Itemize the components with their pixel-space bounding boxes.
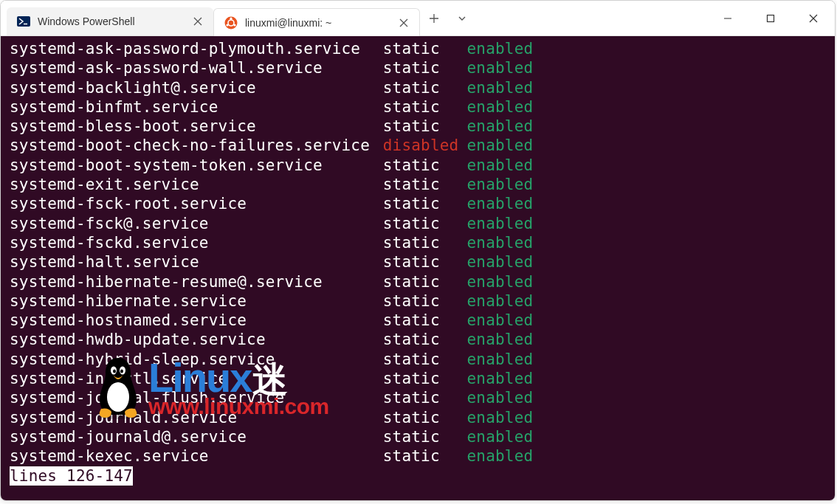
terminal-row: systemd-ask-password-wall.servicestatice… [10, 58, 830, 77]
unit-state: static [383, 427, 467, 446]
unit-name: systemd-hibernate.service [10, 291, 383, 311]
unit-name: systemd-fsck-root.service [10, 194, 383, 213]
tab-powershell[interactable]: Windows PowerShell [7, 7, 213, 35]
terminal-row: systemd-fsckd.servicestaticenabled [10, 233, 830, 252]
unit-name: systemd-exit.service [10, 175, 383, 194]
vendor-preset: enabled [467, 369, 534, 388]
tab-linuxmi[interactable]: linuxmi@linuxmi: ~ [213, 8, 420, 36]
vendor-preset: enabled [467, 291, 534, 311]
unit-name: systemd-initctl.service [10, 369, 383, 388]
vendor-preset: enabled [467, 97, 534, 117]
terminal-row: systemd-hostnamed.servicestaticenabled [10, 311, 830, 330]
vendor-preset: enabled [467, 330, 534, 349]
vendor-preset: enabled [467, 175, 534, 194]
unit-state: disabled [383, 136, 467, 155]
unit-state: static [383, 78, 467, 97]
vendor-preset: enabled [467, 446, 534, 466]
terminal-row: systemd-ask-password-plymouth.servicesta… [10, 39, 830, 58]
terminal-row: systemd-initctl.servicestaticenabled [10, 369, 830, 388]
vendor-preset: enabled [467, 194, 534, 213]
terminal-row: systemd-hwdb-update.servicestaticenabled [10, 330, 830, 349]
vendor-preset: enabled [467, 117, 534, 136]
vendor-preset: enabled [467, 311, 534, 330]
terminal-row: systemd-boot-check-no-failures.servicedi… [10, 136, 830, 155]
unit-state: static [383, 408, 467, 427]
vendor-preset: enabled [467, 214, 534, 233]
unit-name: systemd-bless-boot.service [10, 117, 383, 136]
terminal-row: systemd-hybrid-sleep.servicestaticenable… [10, 350, 830, 369]
unit-name: systemd-kexec.service [10, 446, 383, 466]
close-button[interactable] [792, 4, 835, 33]
unit-state: static [383, 156, 467, 175]
svg-rect-8 [768, 15, 774, 21]
unit-name: systemd-fsck@.service [10, 214, 383, 233]
terminal-row: systemd-journal-flush.servicestaticenabl… [10, 388, 830, 407]
unit-name: systemd-boot-system-token.service [10, 156, 383, 175]
terminal-row: systemd-hibernate-resume@.servicestatice… [10, 272, 830, 291]
terminal-row: systemd-backlight@.servicestaticenabled [10, 78, 830, 97]
unit-state: static [383, 97, 467, 117]
vendor-preset: enabled [467, 156, 534, 175]
vendor-preset: enabled [467, 252, 534, 272]
unit-name: systemd-halt.service [10, 252, 383, 272]
unit-name: systemd-binfmt.service [10, 97, 383, 117]
unit-name: systemd-boot-check-no-failures.service [10, 136, 383, 155]
svg-point-6 [226, 24, 228, 26]
vendor-preset: enabled [467, 136, 534, 155]
titlebar: Windows PowerShell linuxmi@linuxmi: ~ [1, 1, 835, 36]
unit-state: static [383, 369, 467, 388]
svg-point-5 [233, 24, 235, 26]
unit-state: static [383, 330, 467, 349]
unit-name: systemd-journald@.service [10, 427, 383, 446]
unit-state: static [383, 311, 467, 330]
vendor-preset: enabled [467, 78, 534, 97]
tab-strip: Windows PowerShell linuxmi@linuxmi: ~ [1, 1, 706, 35]
vendor-preset: enabled [467, 350, 534, 369]
unit-name: systemd-journald.service [10, 408, 383, 427]
ubuntu-icon [224, 16, 238, 30]
unit-state: static [383, 233, 467, 252]
pager-status: lines 126-147 [10, 466, 133, 486]
unit-name: systemd-hwdb-update.service [10, 330, 383, 349]
unit-name: systemd-hybrid-sleep.service [10, 350, 383, 369]
powershell-icon [17, 15, 30, 28]
unit-state: static [383, 272, 467, 291]
unit-name: systemd-fsckd.service [10, 233, 383, 252]
unit-name: systemd-ask-password-wall.service [10, 58, 383, 77]
unit-state: static [383, 252, 467, 272]
unit-state: static [383, 117, 467, 136]
maximize-button[interactable] [749, 4, 792, 33]
unit-state: static [383, 350, 467, 369]
terminal-row: systemd-exit.servicestaticenabled [10, 175, 830, 194]
close-icon[interactable] [191, 15, 204, 28]
new-tab-button[interactable] [420, 4, 448, 32]
terminal-window: Windows PowerShell linuxmi@linuxmi: ~ [0, 0, 836, 501]
unit-name: systemd-ask-password-plymouth.service [10, 39, 383, 58]
vendor-preset: enabled [467, 39, 534, 58]
terminal-row: systemd-halt.servicestaticenabled [10, 252, 830, 272]
minimize-button[interactable] [706, 4, 749, 33]
unit-state: static [383, 39, 467, 58]
terminal-row: systemd-binfmt.servicestaticenabled [10, 97, 830, 117]
unit-name: systemd-hostnamed.service [10, 311, 383, 330]
terminal-row: systemd-fsck-root.servicestaticenabled [10, 194, 830, 213]
terminal-row: systemd-fsck@.servicestaticenabled [10, 214, 830, 233]
terminal-row: systemd-journald.servicestaticenabled [10, 408, 830, 427]
unit-state: static [383, 194, 467, 213]
unit-state: static [383, 291, 467, 311]
terminal-row: systemd-hibernate.servicestaticenabled [10, 291, 830, 311]
terminal-content[interactable]: systemd-ask-password-plymouth.servicesta… [1, 36, 835, 500]
terminal-row: systemd-bless-boot.servicestaticenabled [10, 117, 830, 136]
window-controls [706, 1, 835, 35]
tab-title: Windows PowerShell [38, 15, 184, 27]
vendor-preset: enabled [467, 388, 534, 407]
terminal-row: systemd-journald@.servicestaticenabled [10, 427, 830, 446]
vendor-preset: enabled [467, 408, 534, 427]
tab-dropdown-button[interactable] [448, 4, 476, 32]
vendor-preset: enabled [467, 272, 534, 291]
unit-state: static [383, 446, 467, 466]
unit-name: systemd-hibernate-resume@.service [10, 272, 383, 291]
close-icon[interactable] [397, 16, 410, 30]
vendor-preset: enabled [467, 58, 534, 77]
unit-name: systemd-backlight@.service [10, 78, 383, 97]
